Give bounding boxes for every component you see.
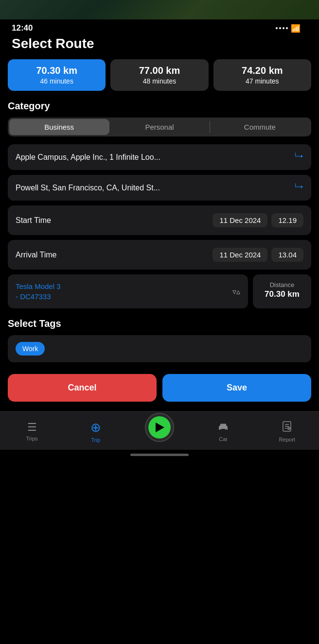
start-time-field[interactable]: Start Time 11 Dec 2024 12.19 <box>8 205 311 235</box>
trip-label: Trip <box>91 437 101 443</box>
tab-report[interactable]: Report <box>272 421 301 442</box>
route-option-1[interactable]: 70.30 km 46 minutes <box>8 59 106 91</box>
origin-field[interactable]: Apple Campus, Apple Inc., 1 Infinite Loo… <box>8 144 311 170</box>
play-icon <box>156 423 164 432</box>
report-label: Report <box>279 437 295 442</box>
trips-icon: ☰ <box>27 421 37 434</box>
route-2-km: 77.00 km <box>115 65 203 76</box>
vehicle-selector[interactable]: Tesla Model 3- DC47333 ▿▵ <box>8 274 248 308</box>
destination-text: Powell St, San Francisco, CA, United St.… <box>16 184 291 192</box>
cancel-button[interactable]: Cancel <box>8 374 157 402</box>
arrival-time-values: 11 Dec 2024 13.04 <box>213 248 303 262</box>
tag-work[interactable]: Work <box>16 342 45 356</box>
category-tabs: Business Personal Commute <box>8 118 311 136</box>
category-tab-personal[interactable]: Personal <box>109 119 209 135</box>
route-options: 70.30 km 46 minutes 77.00 km 48 minutes … <box>0 59 319 101</box>
home-indicator <box>0 450 319 458</box>
route-option-3[interactable]: 74.20 km 47 minutes <box>213 59 311 91</box>
record-button[interactable] <box>145 413 174 442</box>
svg-point-0 <box>220 428 222 429</box>
trips-label: Trips <box>26 436 38 441</box>
record-inner <box>148 416 171 439</box>
arrival-time-label: Arrival Time <box>16 251 213 259</box>
route-3-min: 47 minutes <box>218 77 306 85</box>
vehicle-name: Tesla Model 3- DC47333 <box>16 281 61 302</box>
start-time-values: 11 Dec 2024 12.19 <box>213 213 303 227</box>
arrival-date-pill[interactable]: 11 Dec 2024 <box>213 248 267 262</box>
home-bar <box>130 454 189 456</box>
map-preview <box>0 0 319 19</box>
route-option-2[interactable]: 77.00 km 48 minutes <box>110 59 208 91</box>
status-icons: 📶 <box>276 24 307 33</box>
svg-point-1 <box>225 428 227 429</box>
route-1-km: 70.30 km <box>13 65 101 76</box>
page-title: Select Route <box>12 36 307 51</box>
arrival-time-pill[interactable]: 13.04 <box>271 248 303 262</box>
route-1-min: 46 minutes <box>13 77 101 85</box>
distance-value: 70.30 km <box>261 289 303 299</box>
category-label: Category <box>0 101 319 118</box>
category-tab-commute[interactable]: Commute <box>210 119 310 135</box>
category-tab-business[interactable]: Business <box>9 119 109 135</box>
action-buttons: Cancel Save <box>0 374 319 411</box>
tab-trip[interactable]: ⊕ Trip <box>81 420 110 443</box>
page-title-bar: Select Route <box>0 35 319 59</box>
tags-container[interactable]: Work <box>8 335 311 362</box>
start-time-pill[interactable]: 12.19 <box>271 213 303 227</box>
tags-section-label: Select Tags <box>0 318 319 335</box>
distance-box: Distance 70.30 km <box>253 274 311 308</box>
destination-field[interactable]: Powell St, San Francisco, CA, United St.… <box>8 175 311 201</box>
save-button[interactable]: Save <box>162 374 311 402</box>
trip-add-icon: ⊕ <box>90 420 101 435</box>
tab-car[interactable]: Car <box>209 421 238 442</box>
arrival-time-field[interactable]: Arrival Time 11 Dec 2024 13.04 <box>8 240 311 270</box>
report-icon <box>282 421 292 435</box>
origin-nav-icon: ⮡ <box>295 152 303 162</box>
signal-dots-icon <box>276 27 288 29</box>
route-2-min: 48 minutes <box>115 77 203 85</box>
tab-bar: ☰ Trips ⊕ Trip Car <box>0 411 319 450</box>
vehicle-distance-row: Tesla Model 3- DC47333 ▿▵ Distance 70.30… <box>8 274 311 308</box>
start-time-label: Start Time <box>16 216 213 225</box>
destination-nav-icon: ⮡ <box>295 183 303 193</box>
tab-trips[interactable]: ☰ Trips <box>18 421 47 441</box>
car-label: Car <box>219 436 228 442</box>
origin-text: Apple Campus, Apple Inc., 1 Infinite Loo… <box>16 153 291 162</box>
chevron-updown-icon: ▿▵ <box>232 287 240 296</box>
status-bar: 12:40 📶 <box>0 19 319 35</box>
start-date-pill[interactable]: 11 Dec 2024 <box>213 213 267 227</box>
car-icon <box>217 421 229 434</box>
distance-label: Distance <box>261 281 303 288</box>
status-time: 12:40 <box>12 23 33 33</box>
wifi-icon: 📶 <box>291 24 301 33</box>
route-3-km: 74.20 km <box>218 65 306 76</box>
